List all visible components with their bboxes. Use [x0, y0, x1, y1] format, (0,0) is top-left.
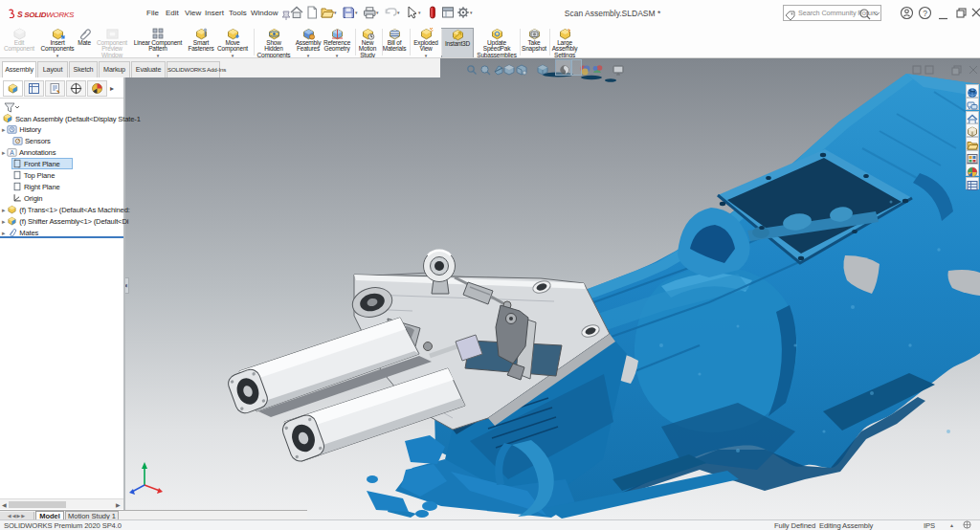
svg-text:?: ? — [923, 9, 927, 18]
svg-text:A: A — [11, 149, 15, 156]
